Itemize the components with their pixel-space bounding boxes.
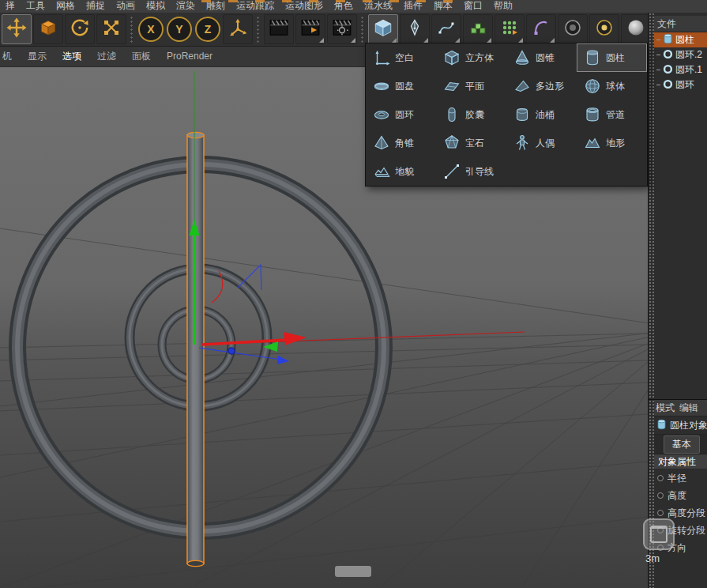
object-row-torus-2[interactable]: 圆环.2	[654, 47, 707, 62]
viewport-menu-camera[interactable]: 机	[0, 50, 20, 63]
cinema4d-window: 择 工具 网格 捕捉 动画 模拟 渲染 雕刻 运动跟踪 运动图形 角色 流水线 …	[0, 0, 707, 588]
primitive-label: 地形	[606, 137, 625, 150]
render-settings-button[interactable]	[327, 14, 357, 44]
move-tool-button[interactable]	[2, 14, 32, 44]
viewport-menu-display[interactable]: 显示	[20, 50, 55, 63]
deformers-button[interactable]	[526, 14, 556, 44]
primitive-polygon[interactable]: 多边形	[506, 72, 577, 100]
camera-button[interactable]	[558, 14, 588, 44]
menubar-item[interactable]: 工具	[21, 0, 51, 13]
primitive-sphere[interactable]: 球体	[577, 72, 647, 100]
primitive-label: 圆盘	[395, 80, 414, 93]
object-manager-file-menu[interactable]: 文件	[657, 17, 676, 31]
property-radius[interactable]: 半径	[654, 469, 707, 487]
capsule-icon	[442, 105, 461, 124]
primitive-figure[interactable]: 人偶	[506, 129, 577, 157]
primitive-relief[interactable]: 地貌	[366, 157, 436, 186]
cylinder-object[interactable]	[187, 132, 204, 566]
lock-x-button[interactable]: X	[138, 17, 164, 42]
primitive-disc[interactable]: 圆盘	[366, 72, 436, 100]
light-button[interactable]	[589, 14, 619, 44]
menubar-item[interactable]: 择	[0, 0, 21, 13]
rotate-tool-button[interactable]	[65, 14, 95, 44]
coordinate-system-button[interactable]	[223, 14, 253, 44]
pen-icon	[405, 18, 424, 40]
spline-tools-button[interactable]	[431, 14, 461, 44]
panel-grip[interactable]	[649, 13, 654, 399]
primitive-label: 圆锥	[536, 51, 555, 65]
torus-object-icon	[663, 64, 673, 77]
object-row-torus-1[interactable]: 圆环.1	[654, 62, 707, 77]
viewport-menu-panel[interactable]: 面板	[124, 50, 159, 63]
generators-button[interactable]	[463, 14, 493, 44]
oil-tank-icon	[513, 105, 532, 124]
menubar-item[interactable]: 网格	[51, 0, 81, 13]
property-rotation-segments[interactable]: 旋转分段	[654, 522, 707, 539]
property-orientation[interactable]: 方向	[654, 539, 707, 556]
primitive-capsule[interactable]: 胶囊	[436, 100, 506, 129]
tab-basic[interactable]: 基本	[664, 435, 700, 454]
landscape-icon	[583, 134, 602, 153]
object-row-cylinder[interactable]: 圆柱	[654, 32, 707, 47]
primitive-cube-button[interactable]	[368, 14, 398, 44]
primitive-oil-tank[interactable]: 油桶	[506, 100, 577, 129]
primitive-guide[interactable]: 引导线	[436, 157, 506, 186]
lock-z-button[interactable]: Z	[195, 17, 220, 42]
property-height-segments[interactable]: 高度分段	[654, 504, 707, 522]
primitive-null[interactable]: 空白	[366, 43, 436, 72]
camera-lens-icon	[563, 18, 582, 40]
top-edge-artifact	[201, 0, 470, 2]
object-row-torus[interactable]: 圆环	[654, 77, 707, 92]
primitive-pyramid[interactable]: 角锥	[366, 129, 436, 157]
render-arrow-icon	[300, 17, 321, 41]
primitive-plane[interactable]: 平面	[436, 72, 506, 100]
menubar-item[interactable]: 渲染	[171, 0, 201, 13]
light-icon	[595, 18, 614, 40]
viewport-menu-prorender[interactable]: ProRender	[159, 51, 220, 62]
primitive-cube[interactable]: 立方体	[436, 43, 506, 72]
menubar-item[interactable]: 模拟	[141, 0, 171, 13]
mograph-button[interactable]	[495, 14, 525, 44]
attribute-edit-menu[interactable]: 编辑	[679, 401, 698, 415]
key-circle-icon	[657, 545, 664, 551]
primitive-landscape[interactable]: 地形	[577, 129, 647, 157]
primitive-label: 油桶	[536, 108, 555, 122]
key-circle-icon	[657, 475, 664, 481]
menubar-item[interactable]: 帮助	[488, 0, 518, 13]
primitives-flyout: 空白 立方体 圆锥 圆柱 圆盘 平面 多边形 球体	[365, 43, 648, 187]
primitive-label: 胶囊	[465, 108, 484, 122]
property-height[interactable]: 高度	[654, 487, 707, 504]
toolbar-separator	[130, 16, 134, 43]
material-sphere-icon	[626, 18, 645, 40]
object-name: 圆柱	[675, 33, 694, 47]
viewport-menu-filter[interactable]: 过滤	[89, 50, 124, 63]
cube-icon	[442, 48, 461, 67]
lock-y-button[interactable]: Y	[167, 17, 192, 42]
primitive-torus[interactable]: 圆环	[366, 100, 436, 129]
menubar-item[interactable]: 动画	[111, 0, 141, 13]
panel-grip[interactable]	[649, 400, 654, 588]
object-properties-section: 对象属性	[654, 454, 707, 469]
material-sphere-button[interactable]	[621, 14, 651, 44]
property-label: 旋转分段	[668, 524, 705, 537]
primitive-cylinder[interactable]: 圆柱	[577, 43, 647, 72]
scale-indicator	[335, 566, 371, 577]
pen-tool-button[interactable]	[400, 14, 430, 44]
viewport-menu-options[interactable]: 选项	[55, 50, 89, 63]
primitive-tube[interactable]: 管道	[577, 100, 647, 129]
tree-dash	[656, 55, 660, 55]
primitive-label: 引导线	[465, 165, 494, 179]
primitive-platonic[interactable]: 宝石	[436, 129, 506, 157]
primitive-label: 角锥	[395, 137, 414, 150]
menubar-item[interactable]: 捕捉	[81, 0, 111, 13]
attribute-mode-menu[interactable]: 模式	[656, 401, 675, 415]
render-picture-viewer-button[interactable]	[295, 14, 325, 44]
scale-tool-button[interactable]	[96, 14, 126, 44]
cube-tool-button[interactable]	[33, 14, 63, 44]
render-view-button[interactable]	[264, 14, 294, 44]
property-label: 高度	[668, 489, 686, 503]
primitive-label: 平面	[465, 80, 484, 93]
disc-icon	[372, 77, 391, 96]
flyout-corner	[351, 38, 355, 43]
primitive-cone[interactable]: 圆锥	[506, 43, 577, 72]
